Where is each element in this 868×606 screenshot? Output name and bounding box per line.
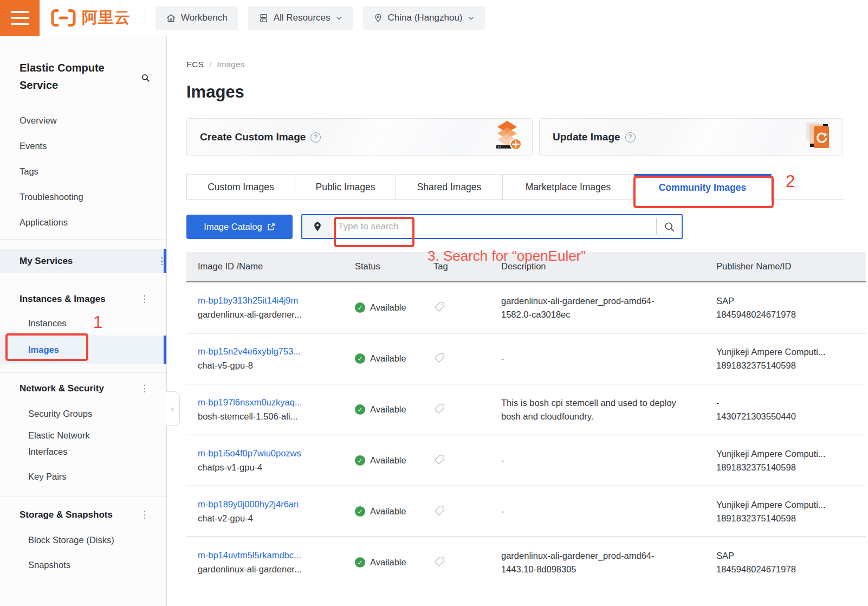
section-network-security[interactable]: Network & Security ⋮ (0, 381, 166, 397)
sidebar-item-instances[interactable]: Instances (0, 315, 166, 331)
section-heading: Network & Security (20, 383, 104, 394)
sidebar-divider (0, 239, 166, 240)
my-services-label: My Services (20, 256, 73, 267)
image-catalog-button[interactable]: Image Catalog (186, 215, 293, 239)
tag-icon[interactable] (433, 403, 445, 415)
sidebar-divider (0, 281, 166, 281)
sidebar-top-list: Overview Events Tags Troubleshooting App… (0, 108, 166, 235)
kebab-menu-icon[interactable]: ⋮ (140, 511, 149, 519)
search-icon[interactable] (141, 61, 150, 94)
image-id-link[interactable]: m-bp1i5o4f0p7wiu0pozws (198, 448, 301, 459)
publisher-name: SAP (716, 294, 866, 308)
status-text: Available (370, 353, 406, 364)
table-row: m-bp15n2v4e6xyblg753... chat-v5-gpu-8 ✓ … (186, 333, 866, 384)
search-input[interactable] (333, 215, 656, 238)
kebab-menu-icon[interactable]: ⋮ (140, 385, 149, 392)
image-description: - (501, 352, 681, 365)
toolbar: Image Catalog (186, 214, 868, 239)
table-row: m-bp197l6nsxm0uzkyaq... bosh-stemcell-1.… (186, 384, 866, 435)
image-id-link[interactable]: m-bp15n2v4e6xyblg753... (198, 346, 301, 357)
image-description: gardenlinux-ali-gardener_prod-amd64-1443… (501, 549, 681, 576)
table-row: m-bp1by313h25it14i4j9m gardenlinux-ali-g… (186, 282, 866, 333)
image-tabs: Custom Images Public Images Shared Image… (186, 174, 843, 200)
status-text: Available (370, 506, 406, 517)
alibaba-cloud-logo-icon (50, 9, 76, 27)
action-cards: Create Custom Image ? (186, 118, 843, 156)
publisher-id: 1891832375140598 (716, 461, 866, 474)
active-indicator-bar (164, 336, 166, 364)
tag-icon[interactable] (433, 301, 445, 313)
sidebar-item-events[interactable]: Events (0, 133, 166, 159)
tab-marketplace-images[interactable]: Marketplace Images (503, 174, 634, 200)
table-row: m-bp189y0j000hy2j4r6an chat-v2-gpu-4 ✓ A… (186, 486, 866, 537)
status-text: Available (370, 404, 406, 415)
topbar-divider (145, 5, 145, 30)
tag-icon[interactable] (433, 352, 445, 364)
sidebar-item-my-services[interactable]: My Services ⋮ (0, 249, 166, 273)
sidebar-divider (0, 372, 166, 373)
publisher-id: 1430721303550440 (716, 410, 866, 423)
image-catalog-label: Image Catalog (204, 222, 262, 232)
create-custom-image-card[interactable]: Create Custom Image ? (186, 118, 533, 156)
region-selector-button[interactable]: China (Hangzhou) (363, 6, 485, 30)
section-instances-images[interactable]: Instances & Images ⋮ (0, 291, 166, 307)
search-submit-button[interactable] (657, 215, 682, 238)
chevron-down-icon (335, 15, 342, 22)
sidebar-item-applications[interactable]: Applications (0, 210, 166, 235)
image-name: bosh-stemcell-1.506-ali... (198, 411, 355, 422)
images-table: Image ID /Name Status Tag Description Pu… (186, 252, 866, 588)
image-id-link[interactable]: m-bp14uvtm5l5rkamdbc... (198, 550, 301, 560)
hamburger-menu-button[interactable] (0, 0, 40, 36)
tab-public-images[interactable]: Public Images (295, 174, 396, 200)
sidebar-item-key-pairs[interactable]: Key Pairs (0, 468, 166, 485)
sidebar-collapse-button[interactable]: ‹ (166, 391, 180, 426)
sidebar-item-snapshots[interactable]: Snapshots (0, 557, 166, 573)
tab-community-images[interactable]: Community Images (634, 174, 772, 200)
table-row: m-bp1i5o4f0p7wiu0pozws chatps-v1-gpu-4 ✓… (186, 435, 866, 486)
section-heading: Instances & Images (20, 294, 106, 305)
external-link-icon (267, 223, 275, 231)
publisher-id: 1845948024671978 (716, 563, 866, 576)
brand-logo[interactable]: 阿里云 (40, 0, 145, 36)
tab-shared-images[interactable]: Shared Images (396, 174, 503, 200)
help-icon[interactable]: ? (625, 132, 636, 143)
tag-icon[interactable] (433, 505, 445, 517)
breadcrumb-separator: / (209, 60, 211, 69)
search-filter-pin-button[interactable] (302, 215, 333, 238)
sidebar-item-block-storage[interactable]: Block Storage (Disks) (0, 532, 166, 548)
alibaba-cloud-console: 阿里云 Workbench All Resources (0, 0, 868, 606)
images-label: Images (28, 345, 59, 355)
tag-icon[interactable] (433, 454, 445, 466)
sidebar-divider (0, 497, 166, 497)
image-description: - (501, 454, 681, 467)
status-text: Available (370, 455, 406, 466)
publisher-id: 1891832375140598 (716, 512, 866, 525)
breadcrumb-ecs[interactable]: ECS (186, 60, 204, 69)
image-id-link[interactable]: m-bp189y0j000hy2j4r6an (198, 499, 299, 510)
help-icon[interactable]: ? (310, 132, 321, 143)
create-custom-image-label: Create Custom Image (200, 131, 306, 143)
home-icon (166, 13, 176, 23)
update-image-card[interactable]: Update Image ? (539, 118, 843, 156)
image-name: chat-v5-gpu-8 (198, 360, 355, 371)
kebab-menu-icon[interactable]: ⋮ (140, 295, 149, 303)
image-id-link[interactable]: m-bp1by313h25it14i4j9m (198, 295, 298, 306)
workbench-button[interactable]: Workbench (156, 6, 238, 30)
publisher-name: Yunjikeji Ampere Computi... (716, 498, 866, 512)
status-available-icon: ✓ (355, 455, 365, 466)
sidebar-item-security-groups[interactable]: Security Groups (0, 405, 166, 422)
all-resources-button[interactable]: All Resources (248, 6, 353, 30)
sidebar-item-elastic-network-interfaces[interactable]: Elastic Network Interfaces (0, 427, 130, 460)
section-storage-snapshots[interactable]: Storage & Snapshots ⋮ (0, 507, 166, 523)
sidebar-item-tags[interactable]: Tags (0, 159, 166, 184)
status-available-icon: ✓ (355, 302, 365, 313)
sidebar-item-troubleshooting[interactable]: Troubleshooting (0, 184, 166, 210)
image-id-link[interactable]: m-bp197l6nsxm0uzkyaq... (198, 397, 302, 408)
tag-icon[interactable] (433, 556, 445, 568)
column-image-id-name: Image ID /Name (186, 261, 355, 272)
tab-custom-images[interactable]: Custom Images (186, 174, 295, 200)
sidebar-item-overview[interactable]: Overview (0, 108, 166, 133)
location-pin-icon (373, 13, 383, 23)
sidebar-item-images[interactable]: Images (0, 336, 166, 364)
publisher-name: - (716, 396, 866, 410)
